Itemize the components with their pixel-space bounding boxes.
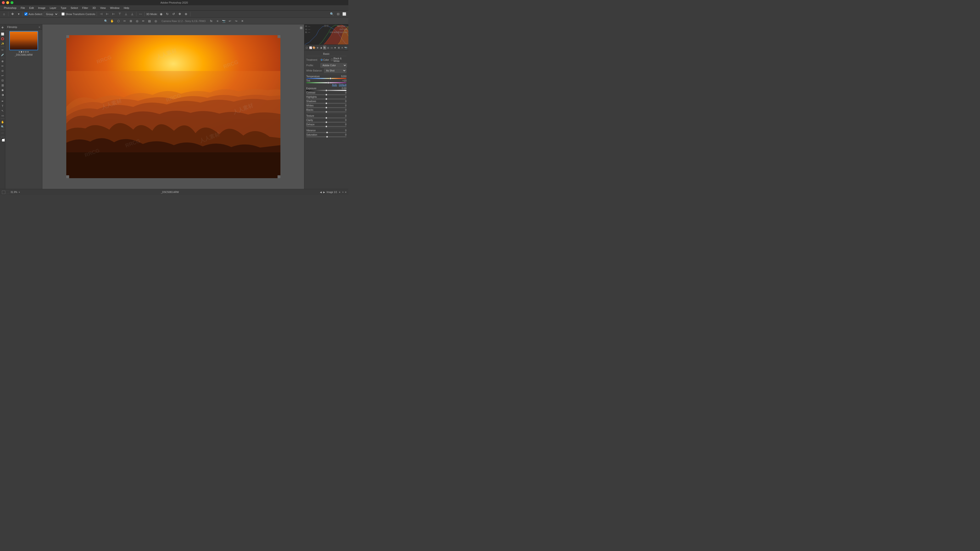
lens-icon[interactable]: ◎ [326,45,330,50]
zoom-dropdown[interactable]: ▾ [19,191,20,194]
slider-handle-exposure[interactable] [325,89,327,91]
presets-icon[interactable]: ≡ [215,19,220,24]
rating-dot-1[interactable] [19,51,20,52]
auto-select-dropdown[interactable]: Group Layer [44,12,58,16]
maximize-button[interactable] [11,1,13,4]
slider-track-exposure[interactable] [306,90,347,91]
eyedropper-tool[interactable]: 💉 [0,52,5,57]
filmstrip-menu-icon[interactable]: ≡ [39,25,40,29]
profile-dropdown[interactable]: Adobe Color Adobe Standard Adobe Landsca… [320,63,347,68]
align-bottom-icon[interactable]: ⊥ [129,11,135,17]
show-transform-checkbox[interactable] [62,13,65,16]
align-right-icon[interactable]: ⊢ [111,11,116,17]
3d-mode-icon[interactable]: ◉ [159,11,164,17]
adj-brush-icon[interactable]: ✏ [141,19,146,24]
grad-filter-icon[interactable]: ▤ [147,19,152,24]
slider-track-tint[interactable] [306,82,347,83]
single-view-btn[interactable] [2,191,5,194]
slider-track-temperature[interactable] [306,78,347,79]
split-tone-icon[interactable]: ◑ [320,45,323,50]
menu-select[interactable]: Select [68,6,80,10]
zoom-tool-icon[interactable]: 🔍 [103,19,108,24]
3d-roll-icon[interactable]: ↺ [171,11,177,17]
redeye-tool-icon[interactable]: ◎ [135,19,140,24]
prev-image-btn[interactable]: ◀ [320,191,322,194]
slider-handle-blacks[interactable] [325,111,327,113]
filmstrip-thumbnail[interactable] [10,31,38,50]
snapshots-panel-icon[interactable]: 📷 [344,45,347,50]
dodge-tool[interactable]: ◑ [0,92,5,97]
align-left-icon[interactable]: ⊣ [98,11,103,17]
slider-track-clarity[interactable] [306,122,347,123]
lasso-tool[interactable]: ⭕ [0,37,5,41]
slider-handle-shadows[interactable] [325,102,327,104]
slider-handle-saturation[interactable] [326,136,328,138]
heal-tool[interactable]: ⊕ [0,59,5,64]
3d-zoom-icon[interactable]: ⊕ [183,11,189,17]
more-tools-icon[interactable]: ⋯ [0,131,5,135]
radial-filter-icon[interactable]: ◎ [153,19,158,24]
crop-tool[interactable]: ✂ [0,48,5,52]
slider-handle-clarity[interactable] [325,121,327,123]
menu-edit[interactable]: Edit [27,6,36,10]
menu-3d[interactable]: 3D [91,6,98,10]
slider-track-vibrance[interactable] [306,132,347,133]
rating-dot-4[interactable] [25,51,27,52]
fx-icon[interactable]: fx [209,19,214,24]
history-brush-tool[interactable]: ↩ [0,73,5,78]
menu-view[interactable]: View [98,6,108,10]
full-screen-icon[interactable]: ⊞ [300,26,303,30]
distribute-icon[interactable]: ⋯ [138,11,143,17]
add-to-collection[interactable]: + [342,191,344,194]
delete-icon[interactable]: ✕ [240,19,245,24]
slider-handle-temperature[interactable] [329,78,331,79]
shape-tool[interactable]: ▭ [0,113,5,118]
stamp-tool[interactable]: ⊙ [0,68,5,73]
undo-icon[interactable]: ↩ [228,19,232,24]
auto-button[interactable]: Auto [332,84,337,86]
rating-dot-3[interactable] [23,51,24,52]
path-select-tool[interactable]: ↖ [0,109,5,113]
magic-wand-tool[interactable]: ✨ [0,41,5,46]
detail-icon[interactable]: fx [323,45,326,50]
slider-track-contrast[interactable] [306,94,347,95]
tool-option-icon[interactable]: ▾ [16,11,21,17]
default-button[interactable]: Default [339,84,347,86]
redo-icon[interactable]: ↪ [234,19,239,24]
presets-panel-icon[interactable]: ≡ [341,45,344,50]
hsl-icon[interactable]: 🎨 [312,45,316,50]
foreground-color[interactable] [0,138,5,142]
brush-tool[interactable]: ✏ [0,64,5,68]
snapshots-icon[interactable]: 📷 [221,19,226,24]
hand-tool-icon[interactable]: ✋ [110,19,115,24]
color-radio-btn[interactable] [320,59,323,61]
slider-handle-vibrance[interactable] [326,132,328,133]
3d-pan-icon[interactable]: ✥ [177,11,183,17]
rating-filter-icon[interactable]: ★ [339,191,341,194]
slider-handle-contrast[interactable] [325,94,327,96]
crop-tool-icon[interactable]: ✂ [122,19,127,24]
slider-track-saturation[interactable] [306,136,347,137]
workspace-icon[interactable]: ⬜ [342,11,347,17]
home-icon[interactable]: ⌂ [2,11,7,17]
align-center-h-icon[interactable]: ⊢ [105,11,110,17]
auto-select-checkbox[interactable] [24,13,27,16]
bw-radio-btn[interactable] [331,59,333,61]
3d-orbit-icon[interactable]: ↻ [165,11,170,17]
text-tool[interactable]: T [0,104,5,108]
menu-type[interactable]: Type [59,6,68,10]
color-radio[interactable]: Color [320,59,329,61]
wb-tool-icon[interactable]: ⬡ [116,19,121,24]
shadow-clipping[interactable] [324,25,326,27]
photo-area[interactable]: RRCG 人人素材 RRCG 人人素材 RRCG 人人素材 RRCG 人人素材 … [42,24,304,189]
search-icon[interactable]: 🔍 [329,11,334,17]
slider-track-dehaze[interactable] [306,126,347,127]
hand-tool[interactable]: ✋ [0,120,5,124]
slider-track-texture[interactable] [306,118,347,118]
slider-track-whites[interactable] [306,107,347,108]
tone-curve-icon[interactable]: 📈 [309,45,312,50]
align-top-icon[interactable]: ⊤ [117,11,122,17]
compare-view-btn[interactable] [6,191,9,194]
marquee-tool[interactable]: ⬜ [0,32,5,36]
calibration-icon[interactable]: ⊞ [337,45,340,50]
